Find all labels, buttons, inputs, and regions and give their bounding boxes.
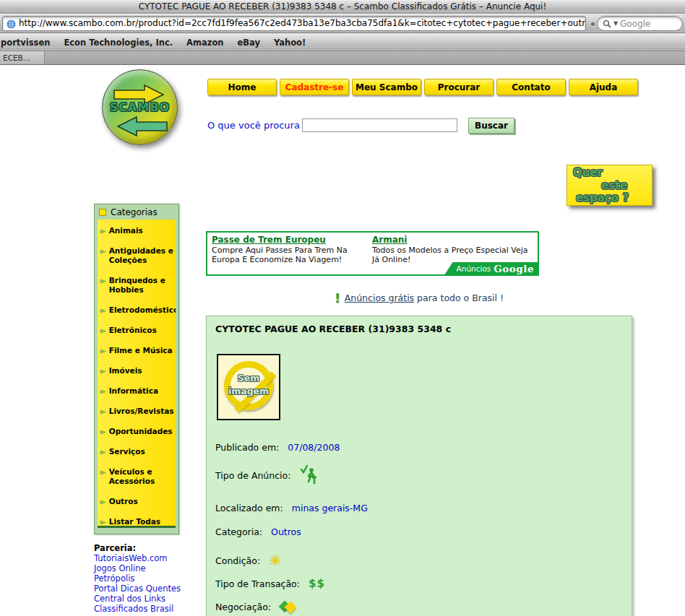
bookmark-item[interactable]: Amazon xyxy=(186,38,223,48)
negotiation-label: Negociação: xyxy=(215,602,271,612)
ad-title-link[interactable]: Passe de Trem Europeu xyxy=(212,235,369,245)
product-title: CYTOTEC PAGUE AO RECEBER (31)9383 5348 c xyxy=(215,324,451,334)
nav-button-cadastre-se[interactable]: Cadastre-se xyxy=(280,79,349,95)
product-panel: CYTOTEC PAGUE AO RECEBER (31)9383 5348 c… xyxy=(206,316,632,616)
arrow-right-icon: ► xyxy=(100,517,106,526)
bookmark-item[interactable]: eBay xyxy=(238,38,260,48)
search-icon xyxy=(603,19,611,28)
partners-title: Parceria: xyxy=(94,543,181,553)
address-url: http://www.scambo.com.br/product?id=2cc7… xyxy=(19,18,586,28)
quer-este-espaco-ad[interactable]: Quer este espaço ? xyxy=(566,165,652,206)
page-content: SCAMBO Home Cadastre-se Meu Scambo Procu… xyxy=(0,65,685,616)
site-search-label: O que você procura ? xyxy=(207,120,308,131)
arrow-right-icon: ► xyxy=(100,326,106,335)
transaction-label: Tipo de Transação: xyxy=(215,578,300,589)
sidebar-item-imoveis[interactable]: ►Imóveis xyxy=(100,366,176,376)
nav-button-home[interactable]: Home xyxy=(207,79,277,95)
sidebar-item-filme-musica[interactable]: ►Filme e Música xyxy=(100,346,176,355)
anuncios-gratis-link[interactable]: Anúncios grátis xyxy=(345,292,414,303)
location-label: Localizado em: xyxy=(215,503,283,513)
diamonds-icon xyxy=(280,599,297,614)
google-ads-box: Passe de Trem Europeu Compre Aqui Passes… xyxy=(206,231,539,276)
browser-window: CYTOTEC PAGUE AO RECEBER (31)9383 5348 c… xyxy=(0,0,685,616)
partner-link[interactable]: Central dos Links xyxy=(94,594,181,604)
arrow-right-icon: ► xyxy=(100,366,106,376)
nav-button-procurar[interactable]: Procurar xyxy=(424,79,494,95)
sidebar-item-outros[interactable]: ►Outros xyxy=(100,497,176,506)
arrow-right-icon: ► xyxy=(100,386,106,396)
sidebar-item-listar-todas[interactable]: ►Listar Todas xyxy=(100,517,176,526)
anuncios-label: Anúncios xyxy=(457,264,491,273)
location-row: Localizado em: minas gerais-MG xyxy=(215,503,368,513)
google-search-input[interactable] xyxy=(620,19,671,29)
bookmark-item[interactable]: portvissen xyxy=(1,38,50,48)
search-dropdown-caret-icon[interactable]: ▼ xyxy=(613,21,618,27)
sidebar-item-antiguidades[interactable]: ►Antiguidades e Coleções xyxy=(100,246,176,265)
nav-button-ajuda[interactable]: Ajuda xyxy=(569,79,638,95)
arrow-right-icon: ► xyxy=(100,246,106,256)
arrow-right-icon: ► xyxy=(100,447,106,456)
sidebar-item-informatica[interactable]: ►Informática xyxy=(100,386,176,396)
google-ad: Passe de Trem Europeu Compre Aqui Passes… xyxy=(212,235,369,264)
ad-text: Todos os Modelos a Preço Especial Veja J… xyxy=(372,246,535,264)
arrow-right-icon: ► xyxy=(100,346,106,355)
arrow-right-icon: ► xyxy=(100,467,106,477)
ad-title-link[interactable]: Armani xyxy=(372,235,535,245)
sidebar-item-livros-revistas[interactable]: ►Livros/Revistas xyxy=(100,407,176,416)
condition-label: Condição: xyxy=(215,555,260,566)
location-link[interactable]: minas gerais-MG xyxy=(292,503,368,513)
partner-link[interactable]: Jogos Online xyxy=(94,563,181,573)
arrow-right-icon: ► xyxy=(100,407,106,416)
transaction-row: Tipo de Transação: $$ xyxy=(215,577,325,590)
negotiation-row: Negociação: xyxy=(215,599,297,614)
partner-link[interactable]: Portal Dicas Quentes xyxy=(94,584,181,594)
buscar-button[interactable]: Buscar xyxy=(468,118,514,134)
sidebar-item-eletronicos[interactable]: ►Eletrônicos xyxy=(100,326,176,335)
scambo-logo[interactable]: SCAMBO xyxy=(102,69,178,145)
badge-line: este xyxy=(601,179,627,192)
tab-bar: ECEB... xyxy=(0,51,685,65)
nav-button-contato[interactable]: Contato xyxy=(496,79,566,95)
active-tab[interactable]: ECEB... xyxy=(0,51,45,64)
badge-line: Quer xyxy=(573,166,603,179)
partners-section: Parceria: TutoriaisWeb.com Jogos Online … xyxy=(94,543,181,614)
google-logo: Google xyxy=(494,263,534,274)
sidebar-item-eletrodomesticos[interactable]: ►Eletrodomésticos xyxy=(100,305,176,315)
category-square-icon xyxy=(99,209,106,216)
partner-link[interactable]: TutoriaisWeb.com xyxy=(94,553,181,563)
anuncios-google-tab[interactable]: Anúncios Google xyxy=(445,262,538,274)
site-search-input[interactable] xyxy=(302,118,457,132)
categories-header: Categorias xyxy=(95,204,178,220)
sidebar-item-brinquedos[interactable]: ►Brinquedos e Hobbies xyxy=(100,276,176,295)
exclamation-icon: ! xyxy=(335,291,340,305)
condition-row: Condição: ☀ xyxy=(215,553,282,568)
arrow-right-icon: ► xyxy=(100,305,106,315)
address-bar[interactable]: http://www.scambo.com.br/product?id=2cc7… xyxy=(2,16,586,31)
sidebar-item-servicos[interactable]: ►Serviços xyxy=(100,447,176,456)
free-ads-suffix: para todo o Brasil ! xyxy=(414,292,504,303)
person-check-icon xyxy=(299,464,321,486)
bookmarks-bar: portvissen Econ Technologies, Inc. Amazo… xyxy=(0,33,685,51)
bookmark-item[interactable]: Yahoo! xyxy=(274,38,306,48)
category-link[interactable]: Outros xyxy=(271,526,301,537)
bookmark-item[interactable]: Econ Technologies, Inc. xyxy=(64,38,173,48)
categories-panel: ►Animais ►Antiguidades e Coleções ►Brinq… xyxy=(98,220,176,528)
published-row: Publicado em: 07/08/2008 xyxy=(215,442,340,453)
google-search-field[interactable]: ▼ xyxy=(597,16,683,31)
sidebar-item-animais[interactable]: ►Animais xyxy=(100,226,176,235)
published-label: Publicado em: xyxy=(215,442,279,453)
arrow-right-icon: ► xyxy=(100,276,106,285)
sidebar-item-veiculos[interactable]: ►Veículos e Acessórios xyxy=(100,467,176,486)
nav-button-meu-scambo[interactable]: Meu Scambo xyxy=(352,79,421,95)
partner-link[interactable]: Classificados Brasil xyxy=(94,604,181,614)
site-favicon-globe-icon xyxy=(7,19,16,29)
sidebar-item-oportunidades[interactable]: ►Oportunidades xyxy=(100,427,176,436)
no-image-placeholder: Sem imagem xyxy=(217,354,280,420)
sun-icon: ☀ xyxy=(269,553,282,568)
ad-type-label: Tipo de Anúncio: xyxy=(215,470,290,481)
published-date: 07/08/2008 xyxy=(288,442,340,453)
arrow-right-icon: ► xyxy=(100,497,106,506)
google-ad: Armani Todos os Modelos a Preço Especial… xyxy=(372,235,535,264)
categories-sidebar: Categorias ►Animais ►Antiguidades e Cole… xyxy=(94,204,179,534)
partner-link[interactable]: Petrópolis xyxy=(94,573,181,584)
